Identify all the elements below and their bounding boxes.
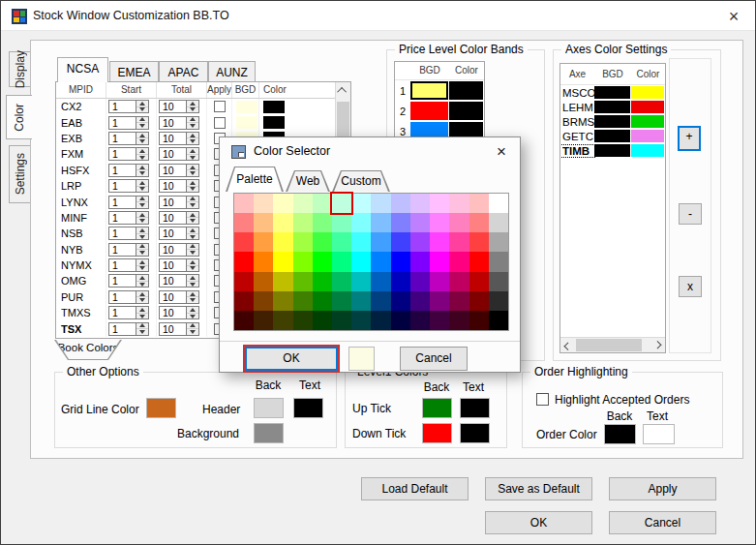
background-swatch[interactable] [254,423,284,443]
start-spin-down-icon[interactable] [136,155,148,161]
palette-cell-r3-c10[interactable] [430,252,449,271]
start-spin-down-icon[interactable] [136,250,148,256]
palette-cell-r1-c12[interactable] [469,213,489,232]
palette-cell-r5-c10[interactable] [430,291,449,311]
palette-cell-r3-c9[interactable] [410,252,430,271]
color-swatch[interactable] [263,101,285,113]
palette-cell-r1-c11[interactable] [449,213,469,232]
total-spin-down-icon[interactable] [187,297,198,303]
start-spin-down-icon[interactable] [136,123,148,129]
palette-cell-r1-c1[interactable] [254,213,273,232]
palette-cell-r4-c9[interactable] [410,272,430,291]
palette-cell-r2-c10[interactable] [430,232,449,252]
apply-checkbox[interactable] [214,117,226,129]
start-spinbox[interactable]: 1 [108,227,149,240]
total-spinbox[interactable]: 10 [159,306,199,319]
palette-cell-r6-c2[interactable] [273,311,292,330]
palette-cell-r5-c3[interactable] [293,291,313,311]
palette-cell-r0-c3[interactable] [293,194,313,213]
down-tick-text-swatch[interactable] [460,423,490,443]
start-spinbox[interactable]: 1 [108,147,149,161]
start-spinbox[interactable]: 1 [108,100,149,113]
palette-cell-r4-c12[interactable] [469,272,489,291]
palette-cell-r5-c9[interactable] [410,291,430,311]
palette-cell-r5-c0[interactable] [234,291,254,311]
total-spinbox[interactable]: 10 [159,322,199,336]
palette-cell-r2-c0[interactable] [234,232,254,252]
tab-palette[interactable]: Palette [226,167,284,192]
palette-cell-r0-c0[interactable] [234,194,254,213]
palette-cell-r0-c10[interactable] [430,194,449,213]
total-spinbox[interactable]: 10 [159,211,199,225]
start-spinbox[interactable]: 1 [108,274,149,288]
start-spinbox[interactable]: 1 [108,243,149,257]
palette-cell-r5-c8[interactable] [391,291,410,311]
total-spinbox[interactable]: 10 [159,147,199,161]
start-spinbox[interactable]: 1 [108,258,149,272]
palette-cell-r2-c12[interactable] [469,232,489,252]
palette-cell-r2-c13[interactable] [489,232,508,252]
palette-cell-r5-c12[interactable] [469,291,489,311]
palette-cell-r6-c3[interactable] [293,311,313,330]
start-spin-down-icon[interactable] [136,218,148,224]
palette-cell-r4-c0[interactable] [234,272,254,291]
band-bgd-swatch[interactable] [410,81,448,100]
titlebar[interactable]: Stock Window Customization BB.TO × [1,1,755,31]
palette-cell-r6-c11[interactable] [449,311,469,330]
start-spinbox[interactable]: 1 [108,116,149,130]
palette-cell-r6-c8[interactable] [391,311,410,330]
ok-button[interactable]: OK [485,511,592,534]
palette-cell-r0-c6[interactable] [351,194,371,213]
order-text-swatch[interactable] [643,424,675,444]
palette-cell-r3-c8[interactable] [391,252,410,271]
palette-cell-r2-c5[interactable] [332,232,351,252]
palette-cell-r2-c4[interactable] [313,232,332,252]
palette-cell-r2-c1[interactable] [254,232,273,252]
color-selector-close-icon[interactable]: × [491,141,512,163]
total-spinbox[interactable]: 10 [159,196,199,209]
palette-cell-r3-c12[interactable] [469,252,489,271]
scroll-right-icon[interactable] [651,338,665,352]
start-spin-down-icon[interactable] [136,234,148,240]
total-spin-down-icon[interactable] [187,250,198,256]
total-spin-down-icon[interactable] [187,314,198,319]
palette-cell-r1-c8[interactable] [391,213,410,232]
tab-emea[interactable]: EMEA [109,61,159,82]
axe-color-swatch[interactable] [631,86,664,99]
band-color-swatch[interactable] [449,102,483,120]
remove-axe-button[interactable]: - [679,203,702,225]
palette-cell-r0-c9[interactable] [410,194,430,213]
axe-label[interactable]: BRMS [560,116,594,128]
start-spinbox[interactable]: 1 [108,306,149,319]
palette-cell-r3-c11[interactable] [449,252,469,271]
dialog-cancel-button[interactable]: Cancel [400,347,468,371]
start-spinbox[interactable]: 1 [108,211,149,225]
axe-color-swatch[interactable] [631,130,664,142]
start-spin-down-icon[interactable] [136,297,148,303]
palette-cell-r4-c3[interactable] [293,272,313,291]
palette-cell-r2-c2[interactable] [273,232,292,252]
scroll-up-icon[interactable] [336,82,350,99]
start-spin-down-icon[interactable] [136,266,148,272]
total-spin-down-icon[interactable] [187,170,198,176]
axe-bgd-swatch[interactable] [594,115,630,128]
total-spinbox[interactable]: 10 [159,290,199,304]
palette-cell-r2-c6[interactable] [351,232,371,252]
axes-hscrollbar[interactable] [560,337,665,352]
palette-cell-r0-c2[interactable] [273,194,292,213]
palette-cell-r3-c5[interactable] [332,252,351,271]
axe-bgd-swatch[interactable] [594,144,630,157]
start-spinbox[interactable]: 1 [108,196,149,209]
tab-custom[interactable]: Custom [332,170,390,192]
up-tick-back-swatch[interactable] [422,398,452,418]
palette-cell-r1-c3[interactable] [293,213,313,232]
palette-cell-r4-c13[interactable] [489,272,508,291]
band-bgd-swatch[interactable] [410,102,448,120]
palette-cell-r2-c3[interactable] [293,232,313,252]
palette-cell-r5-c7[interactable] [371,291,390,311]
palette-cell-r3-c2[interactable] [273,252,292,271]
grid-line-color-swatch[interactable] [146,398,176,418]
total-spinbox[interactable]: 10 [159,164,199,177]
palette-cell-r6-c10[interactable] [430,311,449,330]
axe-color-swatch[interactable] [631,101,664,113]
